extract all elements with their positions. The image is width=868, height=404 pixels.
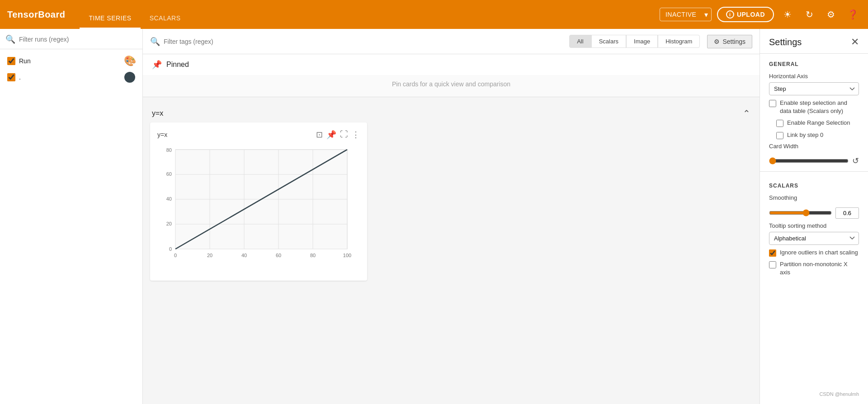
partition-row: Partition non-monotonic X axis [760, 258, 868, 278]
tooltip-sorting-select[interactable]: Alphabetical Ascending Descending Neares… [769, 232, 859, 245]
card-width-slider[interactable] [769, 157, 849, 164]
partition-checkbox[interactable] [769, 261, 776, 268]
svg-text:40: 40 [166, 196, 172, 202]
chart-group-title: y=x [152, 109, 163, 117]
filter-btn-scalars[interactable]: Scalars [591, 35, 626, 48]
filter-search-icon: 🔍 [150, 37, 160, 47]
nav-scalars[interactable]: SCALARS [141, 11, 190, 29]
chart-card-header: y=x ⊡ 📌 ⛶ ⋮ [157, 130, 360, 140]
status-dropdown-wrapper[interactable]: INACTIVE ACTIVE [660, 8, 712, 21]
card-width-slider-row: ↺ [760, 154, 868, 168]
app-logo: TensorBoard [7, 9, 65, 20]
settings-btn-label: Settings [722, 38, 745, 45]
run-checkbox-1[interactable] [7, 73, 15, 81]
settings-panel-title: Settings [769, 37, 802, 47]
smoothing-label-row: Smoothing [760, 193, 868, 206]
enable-range-selection-row: Enable Range Selection [760, 117, 868, 129]
help-button[interactable]: ❓ [844, 6, 861, 23]
settings-footer: CSDN @henulmh [760, 384, 868, 404]
filter-bar: 🔍 All Scalars Image Histogram ⚙ Settings [143, 29, 760, 54]
run-label-1: . [19, 74, 121, 81]
enable-step-selection-label: Enable step selection and data table (Sc… [780, 99, 859, 115]
chart-svg-container: 0 20 40 60 80 0 20 40 60 80 100 [157, 145, 360, 273]
pinned-header: 📌 Pinned [143, 54, 760, 75]
nav-time-series[interactable]: TIME SERIES [80, 11, 140, 29]
sidebar-search-input[interactable] [19, 36, 137, 43]
svg-text:40: 40 [241, 253, 247, 258]
svg-text:0: 0 [169, 246, 172, 252]
filter-btn-histogram[interactable]: Histogram [658, 35, 700, 48]
content-scroll[interactable]: 📌 Pinned Pin cards for a quick view and … [143, 54, 760, 404]
footer-text: CSDN @henulmh [819, 391, 859, 397]
svg-text:60: 60 [166, 171, 172, 177]
horizontal-axis-select[interactable]: Step Wall Relative [769, 82, 859, 95]
sidebar-search-icon: 🔍 [5, 34, 15, 44]
upload-info-icon: i [726, 10, 734, 19]
settings-icon-button[interactable]: ⚙ [823, 6, 839, 23]
chart-group-header: y=x ⌃ [150, 104, 752, 122]
smoothing-slider-row [760, 206, 868, 221]
ignore-outliers-row: Ignore outliers in chart scaling [760, 247, 868, 258]
chart-more-icon[interactable]: ⋮ [352, 130, 360, 140]
run-checkbox-0[interactable] [7, 57, 15, 65]
chart-section: y=x ⌃ y=x ⊡ 📌 ⛶ ⋮ [143, 97, 760, 288]
settings-close-button[interactable]: ✕ [851, 36, 859, 48]
sidebar-search-container: 🔍 [0, 34, 142, 49]
content-area: 🔍 All Scalars Image Histogram ⚙ Settings… [143, 29, 760, 404]
pinned-title: Pinned [166, 61, 189, 69]
svg-text:80: 80 [166, 147, 172, 153]
upload-button[interactable]: i UPLOAD [717, 7, 774, 22]
partition-label: Partition non-monotonic X axis [780, 260, 859, 277]
card-width-label: Card Width [769, 143, 859, 150]
filter-btn-image[interactable]: Image [626, 35, 658, 48]
svg-text:0: 0 [174, 253, 177, 258]
horizontal-axis-row: Horizontal Axis Step Wall Relative [760, 71, 868, 97]
settings-general-title: GENERAL [760, 54, 868, 71]
filter-btn-all[interactable]: All [569, 35, 591, 48]
settings-divider-1 [760, 171, 868, 172]
settings-scalars-title: SCALARS [760, 175, 868, 193]
filter-tags-input[interactable] [164, 38, 562, 45]
status-select[interactable]: INACTIVE ACTIVE [660, 8, 712, 21]
ignore-outliers-label: Ignore outliers in chart scaling [780, 249, 858, 257]
tooltip-sorting-row: Tooltip sorting method Alphabetical Asce… [760, 221, 868, 247]
settings-panel-header: Settings ✕ [760, 29, 868, 54]
chart-card-title: y=x [157, 131, 167, 138]
pin-icon: 📌 [152, 60, 162, 70]
refresh-button[interactable]: ↻ [801, 6, 817, 23]
run-color-palette-0[interactable]: 🎨 [124, 56, 135, 66]
topbar-nav: TIME SERIES SCALARS [80, 0, 189, 29]
enable-range-selection-checkbox[interactable] [776, 120, 783, 127]
run-label-0: Run [19, 57, 121, 65]
pinned-section: 📌 Pinned Pin cards for a quick view and … [143, 54, 760, 97]
run-color-circle-1[interactable] [124, 72, 135, 83]
svg-text:60: 60 [276, 253, 281, 258]
chart-pin-icon[interactable]: 📌 [326, 130, 336, 140]
tooltip-sorting-label: Tooltip sorting method [769, 222, 859, 229]
main-layout: 🔍 Run 🎨 . 🔍 All Scalar [0, 29, 868, 404]
chart-group-toggle[interactable]: ⌃ [743, 108, 750, 119]
svg-text:80: 80 [310, 253, 316, 258]
chart-fullscreen-icon[interactable]: ⛶ [340, 130, 348, 140]
smoothing-label: Smoothing [769, 194, 859, 201]
smoothing-value-input[interactable] [835, 207, 859, 219]
link-by-step-row: Link by step 0 [760, 129, 868, 141]
chart-resize-icon[interactable]: ⊡ [316, 130, 323, 140]
settings-panel: Settings ✕ GENERAL Horizontal Axis Step … [760, 29, 868, 404]
sidebar-runs: Run 🎨 . [0, 49, 142, 89]
card-width-row: Card Width [760, 141, 868, 154]
filter-search: 🔍 [150, 37, 562, 47]
svg-text:20: 20 [166, 221, 172, 226]
link-by-step-checkbox[interactable] [776, 132, 783, 139]
enable-step-selection-row: Enable step selection and data table (Sc… [760, 97, 868, 117]
pinned-body: Pin cards for a quick view and compariso… [143, 75, 760, 97]
theme-button[interactable]: ☀ [779, 6, 796, 23]
settings-panel-button[interactable]: ⚙ Settings [707, 35, 752, 48]
pinned-empty-text: Pin cards for a quick view and compariso… [392, 80, 510, 88]
run-item-1: . [0, 69, 142, 85]
enable-range-selection-label: Enable Range Selection [787, 119, 850, 127]
ignore-outliers-checkbox[interactable] [769, 249, 776, 257]
card-width-reset-button[interactable]: ↺ [852, 156, 859, 166]
smoothing-slider[interactable] [769, 209, 832, 216]
enable-step-selection-checkbox[interactable] [769, 100, 776, 107]
